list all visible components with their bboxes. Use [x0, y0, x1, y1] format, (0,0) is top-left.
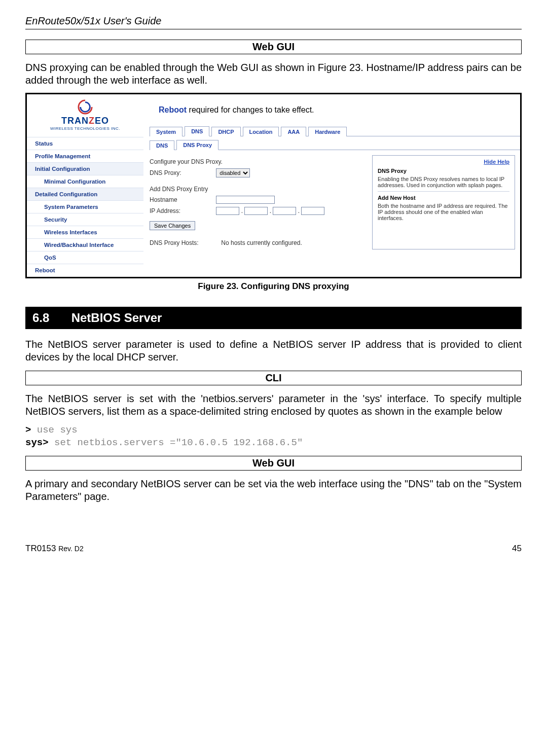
help-h1: DNS Proxy: [378, 168, 509, 174]
sidebar-item[interactable]: Detailed Configuration: [27, 188, 143, 200]
ip-octet-2[interactable]: [244, 207, 268, 215]
paragraph-2: The NetBIOS server parameter is used to …: [25, 338, 522, 364]
sidebar-item[interactable]: Minimal Configuration: [27, 175, 143, 188]
footer-page: 45: [512, 544, 522, 554]
logo-text: TRANZEO: [31, 116, 139, 126]
paragraph-4: A primary and secondary NetBIOS server c…: [25, 478, 522, 503]
cli-prompt-1: >: [25, 424, 31, 436]
main-tab[interactable]: DNS: [185, 126, 209, 136]
footer-rev: Rev. D2: [58, 545, 84, 553]
logo: TRANZEO WIRELESS TECHNOLOGIES INC.: [27, 94, 143, 134]
form-intro: Configure your DNS Proxy.: [150, 158, 372, 165]
screenshot-panel: TRANZEO WIRELESS TECHNOLOGIES INC. Statu…: [27, 94, 520, 277]
save-changes-button[interactable]: Save Changes: [150, 221, 195, 230]
reboot-rest: required for changes to take effect.: [187, 105, 314, 114]
hide-help-link[interactable]: Hide Help: [378, 159, 509, 165]
reboot-word: Reboot: [159, 105, 187, 114]
sidebar-nav: StatusProfile ManagementInitial Configur…: [27, 134, 143, 276]
logo-part-a: TRAN: [61, 116, 89, 126]
footer-left: TR0153 Rev. D2: [25, 544, 84, 554]
sidebar-item[interactable]: Status: [27, 137, 143, 150]
ip-octet-4[interactable]: [301, 207, 324, 215]
main-tab[interactable]: AAA: [281, 127, 306, 136]
sidebar-item[interactable]: Wireless Interfaces: [27, 226, 143, 238]
page-footer: TR0153 Rev. D2 45: [25, 544, 522, 554]
dns-proxy-row: DNS Proxy: disabled: [150, 168, 372, 177]
cli-cmd-1: use sys: [31, 424, 77, 436]
figure-23: TRANZEO WIRELESS TECHNOLOGIES INC. Statu…: [25, 93, 522, 278]
save-row: Save Changes: [150, 218, 372, 230]
sub-tab[interactable]: DNS Proxy: [176, 140, 218, 150]
logo-part-z: Z: [89, 116, 95, 126]
help-p2: Both the hostname and IP address are req…: [378, 203, 509, 221]
section-6-8-bar: 6.8 NetBIOS Server: [25, 307, 522, 329]
reboot-banner: Reboot required for changes to take effe…: [143, 94, 520, 126]
ip-row: IP Address: . . .: [150, 207, 372, 215]
main-tab[interactable]: DHCP: [211, 127, 240, 136]
main-tab[interactable]: System: [150, 127, 183, 136]
cli-prompt-2: sys>: [25, 437, 49, 448]
cli-line-2: sys> set netbios.servers ="10.6.0.5 192.…: [25, 437, 522, 449]
sidebar-item[interactable]: Reboot: [27, 264, 143, 276]
cli-example: > use sys sys> set netbios.servers ="10.…: [25, 424, 522, 449]
sidebar-item[interactable]: Profile Management: [27, 150, 143, 162]
hostname-label: Hostname: [150, 196, 214, 203]
hosts-value: No hosts currently configured.: [221, 239, 302, 246]
hosts-row: DNS Proxy Hosts: No hosts currently conf…: [150, 239, 372, 246]
hostname-input[interactable]: [216, 196, 275, 204]
sidebar-item[interactable]: System Parameters: [27, 200, 143, 213]
sub-tabs: DNSDNS Proxy: [150, 139, 520, 150]
sub-tab[interactable]: DNS: [150, 140, 174, 150]
dns-proxy-select[interactable]: disabled: [216, 168, 250, 177]
help-p1: Enabling the DNS Proxy resolves names to…: [378, 176, 509, 188]
figure-caption: Figure 23. Configuring DNS proxying: [25, 281, 522, 292]
paragraph-3: The NetBIOS server is set with the 'netb…: [25, 392, 522, 418]
help-divider: [378, 191, 509, 192]
sidebar-item[interactable]: Security: [27, 213, 143, 226]
cli-line-1: > use sys: [25, 424, 522, 437]
section-title: NetBIOS Server: [71, 311, 162, 325]
sidebar-item[interactable]: QoS: [27, 251, 143, 264]
ip-octet-1[interactable]: [216, 207, 239, 215]
section-number: 6.8: [32, 311, 68, 325]
webgui-heading-box-2: Web GUI: [25, 456, 522, 471]
logo-swirl-icon: [78, 99, 93, 115]
logo-subtitle: WIRELESS TECHNOLOGIES INC.: [31, 126, 139, 131]
ip-label: IP Address:: [150, 207, 214, 214]
cli-cmd-2: set netbios.servers ="10.6.0.5 192.168.6…: [49, 437, 303, 448]
help-box: Hide Help DNS Proxy Enabling the DNS Pro…: [372, 155, 515, 249]
form-column: Configure your DNS Proxy. DNS Proxy: dis…: [143, 155, 372, 249]
main-tab[interactable]: Hardware: [308, 127, 347, 136]
main-tab[interactable]: Location: [243, 127, 279, 136]
dns-proxy-label: DNS Proxy:: [150, 169, 214, 176]
hostname-row: Hostname: [150, 196, 372, 204]
doc-header: EnRoute50x/51x User's Guide: [25, 15, 522, 27]
content-area: Configure your DNS Proxy. DNS Proxy: dis…: [143, 155, 520, 249]
screenshot-main: Reboot required for changes to take effe…: [143, 94, 520, 277]
screenshot-sidebar: TRANZEO WIRELESS TECHNOLOGIES INC. Statu…: [27, 94, 143, 277]
footer-docnum: TR0153: [25, 544, 56, 553]
cli-heading-box: CLI: [25, 371, 522, 385]
logo-part-c: EO: [95, 116, 109, 126]
help-h2: Add New Host: [378, 195, 509, 201]
webgui-heading-box: Web GUI: [25, 40, 522, 54]
sidebar-item[interactable]: Wired/Backhaul Interface: [27, 238, 143, 251]
paragraph-1: DNS proxying can be enabled through the …: [25, 61, 522, 87]
header-rule: [25, 29, 522, 29]
add-entry-title: Add DNS Proxy Entry: [150, 186, 372, 193]
sidebar-item[interactable]: Initial Configuration: [27, 162, 143, 175]
main-tabs: SystemDNSDHCPLocationAAAHardware: [150, 126, 520, 136]
ip-octet-3[interactable]: [273, 207, 296, 215]
hosts-label: DNS Proxy Hosts:: [150, 239, 214, 246]
